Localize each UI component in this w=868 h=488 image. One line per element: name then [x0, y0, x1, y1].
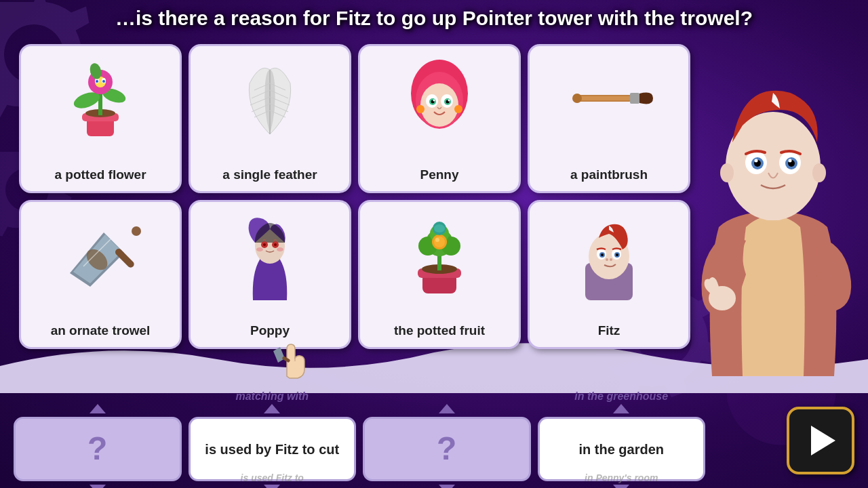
svg-point-73 [606, 258, 608, 261]
character-fitz-svg [678, 37, 868, 376]
card-potted-fruit[interactable]: the potted fruit [358, 200, 521, 349]
arrow-up-1[interactable] [90, 404, 106, 413]
card-potted-fruit-label: the potted fruit [394, 323, 485, 339]
question-text: …is there a reason for Fitz to go up Poi… [115, 7, 753, 29]
svg-point-43 [132, 226, 141, 236]
card-potted-flower-image [46, 53, 155, 148]
card-ornate-trowel[interactable]: an ornate trowel [19, 200, 182, 349]
arrow-up-4[interactable] [613, 404, 629, 413]
svg-point-49 [274, 243, 277, 246]
svg-point-34 [448, 100, 450, 102]
card-potted-flower-label: a potted flower [54, 167, 146, 183]
card-penny-label: Penny [420, 167, 458, 183]
svg-point-11 [102, 80, 105, 83]
card-single-feather[interactable]: a single feather [189, 44, 351, 193]
svg-point-10 [96, 80, 98, 83]
svg-point-74 [610, 258, 612, 261]
card-ornate-trowel-image [46, 209, 155, 304]
svg-point-50 [256, 247, 263, 251]
card-poppy-label: Poppy [250, 323, 290, 339]
question-bar: …is there a reason for Fitz to go up Poi… [0, 0, 868, 35]
svg-point-86 [720, 163, 734, 182]
scroll-bot-1 [14, 468, 182, 488]
svg-rect-38 [575, 96, 633, 100]
next-button[interactable] [787, 407, 854, 474]
card-single-feather-label: a single feather [222, 167, 317, 183]
card-penny[interactable]: Penny [358, 44, 521, 193]
svg-point-48 [263, 243, 266, 246]
scroll-bottom-text-area: is used Fitz to in Penny's room [0, 468, 719, 488]
arrow-up-3[interactable] [439, 404, 455, 413]
card-poppy[interactable]: Poppy [189, 200, 351, 349]
character-fitz [678, 37, 868, 376]
svg-point-36 [454, 105, 462, 113]
card-fitz-label: Fitz [598, 323, 620, 339]
card-potted-fruit-image [385, 209, 494, 304]
scroll-arrow-up-4[interactable] [613, 404, 629, 413]
card-ornate-trowel-label: an ornate trowel [51, 323, 151, 339]
card-penny-image [385, 53, 494, 148]
svg-point-71 [601, 253, 604, 256]
svg-point-64 [434, 224, 445, 232]
scroll-bot-3 [363, 468, 531, 488]
svg-point-84 [755, 159, 758, 163]
card-fitz[interactable]: Fitz [528, 200, 690, 349]
svg-point-51 [277, 247, 283, 251]
scroll-bot-2: is used Fitz to [189, 468, 357, 488]
scroll-arrow-up-3[interactable] [439, 404, 455, 413]
scroll-bot-4: in Penny's room [538, 468, 706, 488]
arrow-up-2[interactable] [264, 404, 280, 413]
svg-point-35 [416, 105, 425, 113]
cards-grid: a potted flower a single fe [19, 44, 690, 349]
svg-point-87 [812, 163, 826, 182]
svg-point-62 [435, 238, 439, 242]
card-fitz-image [555, 209, 663, 304]
card-single-feather-image [216, 53, 324, 148]
play-icon [811, 426, 835, 455]
card-paintbrush[interactable]: a paintbrush [528, 44, 690, 193]
svg-point-61 [434, 237, 445, 247]
scroll-top-text-area: matching with in the greenhouse [0, 383, 719, 410]
scroll-arrow-up-2[interactable] [264, 404, 280, 413]
svg-point-85 [789, 159, 792, 163]
svg-point-26 [420, 83, 458, 127]
card-paintbrush-label: a paintbrush [570, 167, 648, 183]
card-poppy-image [216, 209, 324, 304]
card-paintbrush-image [555, 53, 663, 148]
svg-point-33 [433, 100, 435, 102]
svg-point-72 [616, 253, 618, 256]
card-potted-flower[interactable]: a potted flower [19, 44, 182, 193]
svg-point-40 [572, 94, 582, 103]
svg-rect-39 [630, 93, 639, 104]
scroll-arrow-up-1[interactable] [90, 404, 106, 413]
